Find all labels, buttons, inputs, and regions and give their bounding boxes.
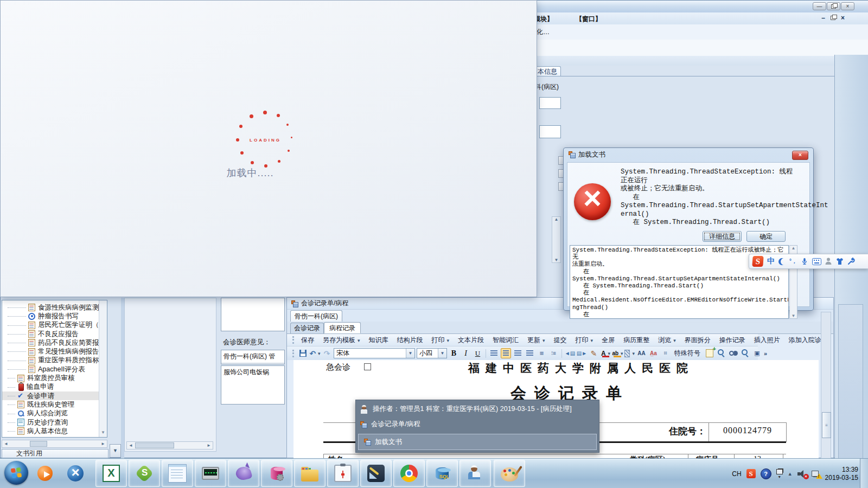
scroll-up-icon[interactable]: ▲ (554, 217, 559, 222)
consult-opinion-box[interactable]: 服饰公司电饭锅 (221, 365, 285, 404)
smart-vocabulary-button[interactable]: 智能词汇 (489, 335, 522, 346)
scroll-up-icon[interactable]: ▲ (792, 246, 796, 251)
update-button[interactable]: 更新 (524, 335, 549, 346)
justify-button[interactable] (525, 348, 535, 358)
taskbar-icon-green-s-app[interactable] (129, 460, 160, 487)
scroll-thumb[interactable] (135, 442, 174, 448)
menu-window[interactable]: 【窗口】 (576, 15, 602, 24)
search-all-button[interactable] (728, 348, 738, 358)
middle-horizontal-scrollbar[interactable]: ◄► (126, 441, 213, 450)
font-select[interactable]: 宋体▼ (334, 348, 415, 358)
highlight-button[interactable]: ab (612, 348, 623, 358)
font-size-select[interactable]: 小四▼ (417, 348, 447, 358)
network-warning-icon[interactable] (812, 470, 820, 478)
taskbar-icon-windows-media-player[interactable] (33, 460, 58, 487)
save-icon[interactable] (298, 348, 308, 358)
punctuation-icon[interactable]: °， (789, 258, 797, 265)
scroll-left-icon[interactable]: ◄ (4, 441, 8, 446)
taskbar-icon-file-explorer[interactable] (294, 460, 326, 487)
indent-decrease-button[interactable]: ◄▤ (565, 348, 575, 358)
browse-button[interactable]: 浏览 (654, 335, 680, 346)
tree-item[interactable]: 药品不良反应简要报告 (2, 338, 107, 347)
show-hidden-icons-button[interactable]: ▲ (788, 471, 793, 477)
align-center-button[interactable] (501, 348, 511, 358)
special-symbol-button[interactable]: 特殊符号 (672, 348, 703, 359)
structure-fragment-button[interactable]: 结构片段 (393, 335, 427, 346)
taskbar-icon-admin-tools[interactable] (63, 460, 88, 487)
tree-item[interactable]: 肿瘤报告书写 (2, 312, 107, 320)
language-indicator[interactable]: CH (732, 470, 741, 478)
tree-item-selected[interactable]: ✔会诊申请 (2, 391, 107, 400)
undo-button[interactable]: ↶ (310, 348, 320, 358)
taskbar-icon-notepad[interactable] (162, 460, 193, 487)
tree-item[interactable]: 不良反应报告 (2, 330, 107, 338)
align-right-button[interactable] (513, 348, 523, 358)
insert-photo-button[interactable]: 插入照片 (750, 335, 784, 346)
tree-item[interactable]: 重症医学科质控指标维 (2, 356, 107, 365)
ok-button[interactable]: 确定 (746, 231, 786, 242)
tab-dept[interactable]: 骨伤一科(病区) (290, 310, 342, 322)
panel-collapse-button[interactable]: ▼ (110, 444, 121, 458)
fullwidth-moon-icon[interactable] (778, 258, 786, 265)
print2-button[interactable]: 打印 (572, 335, 597, 346)
window-tray-icon[interactable]: ▼ (776, 469, 783, 479)
scroll-down-icon[interactable]: ▼ (554, 258, 559, 262)
tree-item[interactable]: ApacheII评分表 (2, 365, 107, 374)
align-left-button[interactable] (489, 348, 499, 358)
taskbar-icon-excel[interactable] (95, 460, 127, 487)
popup-session-row[interactable]: 操作者：管理员1 科室：重症医学科(病区) 2019-03-15 - [病历处理… (360, 404, 572, 414)
format-brush-button[interactable]: ✎ (589, 348, 599, 358)
tab-basic-info-fragment[interactable]: 本信息 (534, 66, 561, 76)
tray-clock[interactable]: 13:392019-03-15 (825, 466, 858, 482)
indent-increase-button[interactable]: ▤► (577, 348, 587, 358)
line-spacing-button[interactable]: ≡ (537, 348, 547, 358)
text-fragment-button[interactable]: 文本片段 (454, 335, 488, 346)
knowledge-base-button[interactable]: 知识库 (365, 335, 392, 346)
operation-log-button[interactable]: 操作记录 (716, 335, 749, 346)
tree-item[interactable]: 居民死亡医学证明（推 (2, 321, 107, 330)
popup-window-row-selected[interactable]: 加载文书 (358, 434, 597, 450)
scroll-thumb[interactable]: ≡ (822, 412, 831, 438)
taskbar-icon-database-config[interactable] (261, 460, 292, 487)
tree-item[interactable]: 历史诊疗查询 (2, 418, 107, 427)
volume-muted-icon[interactable]: × (797, 470, 807, 478)
restore-button[interactable] (827, 2, 840, 10)
tree-horizontal-scrollbar[interactable]: ◄► (2, 440, 107, 448)
urgent-consult-checkbox[interactable] (364, 363, 371, 370)
save-as-template-button[interactable]: 另存为模板 (319, 335, 364, 346)
microphone-icon[interactable] (801, 258, 808, 266)
fullscreen-button[interactable]: 全屏 (598, 335, 618, 346)
taskbar-icon-paint-palette[interactable] (494, 460, 525, 487)
tab-consult-record[interactable]: 会诊记录 (290, 323, 324, 333)
minimize-button[interactable]: — (813, 2, 826, 10)
document-vertical-scrollbar[interactable]: ≡ (821, 312, 831, 459)
help-tray-icon[interactable]: ? (761, 468, 771, 479)
scroll-right-icon[interactable]: ► (207, 443, 211, 448)
tree-item[interactable]: 科室质控员审核 (2, 374, 107, 382)
scroll-down-icon[interactable]: ▼ (792, 313, 796, 318)
italic-button[interactable]: I (461, 348, 471, 358)
toolbar-overflow-chevron[interactable]: » (764, 350, 767, 357)
taskbar-icon-medical-clipboard[interactable] (327, 460, 359, 487)
print-button[interactable]: 打印 (428, 335, 454, 346)
tree-item[interactable]: 常见慢性病病例报告卡 (2, 347, 107, 356)
taskbar-icon-mysql-dolphin[interactable] (228, 460, 259, 487)
tree-vertical-scrollbar[interactable]: ▼ (99, 300, 107, 437)
wrap-button[interactable]: ⌗ (660, 348, 671, 358)
sogou-logo-icon[interactable]: S (752, 256, 763, 267)
taskbar-icon-system-monitor[interactable] (195, 460, 226, 487)
underline-button[interactable]: U (473, 348, 483, 358)
bold-button[interactable]: B (449, 348, 459, 358)
fragment-scrollbar[interactable]: ▲▼ (552, 216, 561, 263)
close-button[interactable]: × (841, 2, 854, 10)
scroll-left-icon[interactable]: ◄ (129, 443, 133, 448)
find-button[interactable] (740, 348, 750, 358)
taskbar-icon-doctor-workstation[interactable] (459, 460, 491, 487)
skin-shirt-icon[interactable] (836, 258, 844, 265)
split-view-button[interactable]: 界面拆分 (681, 335, 714, 346)
tree-item[interactable]: 食源性疾病病例监测病 (2, 303, 107, 312)
case-button[interactable]: AA (636, 348, 647, 358)
tree-item[interactable]: 病人综合浏览 (2, 409, 107, 418)
scroll-right-icon[interactable]: ► (101, 441, 105, 446)
taskbar-icon-chrome[interactable] (393, 460, 425, 487)
